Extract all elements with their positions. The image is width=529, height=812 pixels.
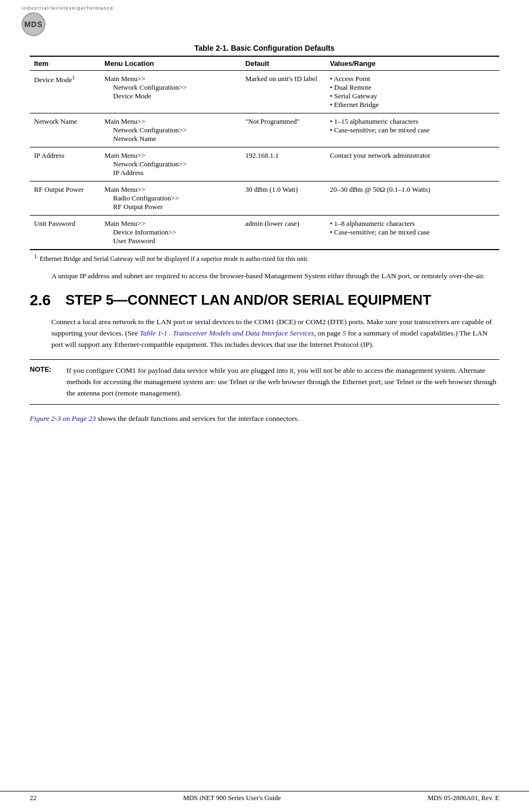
cell-item: RF Output Power bbox=[30, 182, 100, 216]
cell-item: Unit Password bbox=[30, 216, 100, 250]
section-title: STEP 5—CONNECT LAN AND/OR SERIAL EQUIPME… bbox=[65, 292, 431, 308]
footer-doc-ref: MDS 05-2806A01, Rev. E bbox=[427, 794, 499, 802]
col-header-item: Item bbox=[30, 56, 100, 71]
cell-values: • Access Point• Dual Remote• Serial Gate… bbox=[325, 71, 499, 113]
body-paragraph-3: Figure 2-3 on Page 23 shows the default … bbox=[30, 413, 499, 425]
table-row: RF Output PowerMain Menu>>Radio Configur… bbox=[30, 182, 499, 216]
note-box: NOTE: If you configure COM1 for payload … bbox=[30, 359, 499, 405]
body-paragraph-1: A unique IP address and subnet are requi… bbox=[51, 271, 499, 282]
table-row: IP AddressMain Menu>>Network Configurati… bbox=[30, 147, 499, 182]
header: industrial/wireless/performance MDS bbox=[0, 0, 529, 38]
table-row: Network NameMain Menu>>Network Configura… bbox=[30, 113, 499, 147]
cell-default: "Not Programmed" bbox=[241, 113, 325, 147]
cell-values: 20–30 dBm @ 50Ω (0.1–1.0 Watts) bbox=[325, 182, 499, 216]
tagline: industrial/wireless/performance bbox=[22, 5, 114, 11]
table-row: Unit PasswordMain Menu>>Device Informati… bbox=[30, 216, 499, 250]
cell-menu: Main Menu>>Network Configuration>>Device… bbox=[100, 71, 241, 113]
logo: MDS bbox=[22, 12, 45, 36]
link-table1[interactable]: Table 1-1 . Transceiver Models and Data … bbox=[140, 329, 314, 337]
cell-values: • 1–15 alphanumeric characters• Case-sen… bbox=[325, 113, 499, 147]
table-footnote: 1. Ethernet Bridge and Serial Gateway wi… bbox=[34, 253, 499, 263]
cell-default: 30 dBm (1.0 Watt) bbox=[241, 182, 325, 216]
cell-default: admin (lower case) bbox=[241, 216, 325, 250]
cell-item: IP Address bbox=[30, 147, 100, 182]
cell-menu: Main Menu>>Radio Configuration>>RF Outpu… bbox=[100, 182, 241, 216]
superscript: 1 bbox=[72, 75, 75, 80]
footer-page-number: 22 bbox=[30, 794, 37, 802]
logo-text: MDS bbox=[24, 20, 43, 29]
note-label: NOTE: bbox=[30, 365, 61, 399]
col-header-values: Values/Range bbox=[325, 56, 499, 71]
cell-values: Contact your network administrator bbox=[325, 147, 499, 182]
col-header-menu: Menu Location bbox=[100, 56, 241, 71]
link-figure2-3[interactable]: Figure 2-3 on Page 23 bbox=[30, 414, 96, 422]
logo-area: industrial/wireless/performance MDS bbox=[22, 5, 114, 36]
cell-menu: Main Menu>>Network Configuration>>Networ… bbox=[100, 113, 241, 147]
cell-default: Marked on unit's ID label bbox=[241, 71, 325, 113]
cell-item: Device Mode1 bbox=[30, 71, 100, 113]
cell-menu: Main Menu>>Network Configuration>>IP Add… bbox=[100, 147, 241, 182]
main-content: Table 2-1. Basic Configuration Defaults … bbox=[0, 38, 529, 443]
note-text: If you configure COM1 for payload data s… bbox=[66, 365, 499, 399]
cell-menu: Main Menu>>Device Information>>User Pass… bbox=[100, 216, 241, 250]
cell-values: • 1–8 alphanumeric characters• Case-sens… bbox=[325, 216, 499, 250]
table-title: Table 2-1. Basic Configuration Defaults bbox=[30, 44, 499, 52]
cell-default: 192.168.1.1 bbox=[241, 147, 325, 182]
section-heading: 2.6 STEP 5—CONNECT LAN AND/OR SERIAL EQU… bbox=[30, 292, 499, 309]
config-table: Item Menu Location Default Values/Range … bbox=[30, 56, 499, 250]
footer-doc-title: MDS iNET 900 Series User's Guide bbox=[183, 794, 281, 802]
section-number: 2.6 bbox=[30, 292, 56, 309]
table-row: Device Mode1Main Menu>>Network Configura… bbox=[30, 71, 499, 113]
body-paragraph-2: Connect a local area network to the LAN … bbox=[51, 317, 499, 351]
page-footer: 22 MDS iNET 900 Series User's Guide MDS … bbox=[0, 791, 529, 802]
col-header-default: Default bbox=[241, 56, 325, 71]
cell-item: Network Name bbox=[30, 113, 100, 147]
